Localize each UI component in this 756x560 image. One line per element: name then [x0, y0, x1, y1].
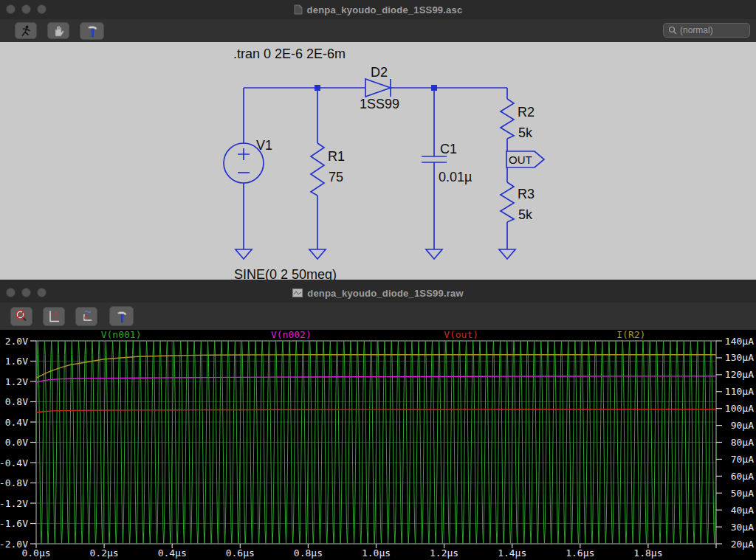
- diode-d2[interactable]: [365, 79, 391, 97]
- run-icon: [19, 24, 32, 38]
- left-axis-label: -1.2V: [0, 498, 28, 509]
- r1-ref-label[interactable]: R1: [328, 149, 345, 164]
- resistor-r3[interactable]: [501, 182, 514, 222]
- plot-settings-icon: [79, 309, 94, 324]
- right-axis-label: 20µA: [731, 539, 754, 550]
- r3-ref-label[interactable]: R3: [518, 187, 535, 201]
- close-button[interactable]: [6, 4, 16, 14]
- run-button[interactable]: [15, 22, 37, 39]
- left-axis-label: 2.0V: [5, 336, 28, 347]
- minimize-button[interactable]: [21, 4, 31, 14]
- desktop: { "schematic_window": { "title": "denpa_…: [0, 0, 756, 560]
- left-axis-label: 1.2V: [5, 376, 28, 387]
- resistor-r2[interactable]: [501, 99, 514, 139]
- right-axis-label: 130µA: [725, 352, 754, 363]
- wires[interactable]: [244, 88, 507, 249]
- right-axis-label: 40µA: [731, 505, 754, 516]
- r2-ref-label[interactable]: R2: [518, 105, 535, 120]
- plot-settings-button[interactable]: [75, 307, 97, 326]
- left-axis-label: -0.4V: [0, 457, 28, 469]
- hammer-icon: [85, 24, 100, 38]
- schematic-toolbar: (normal): [0, 19, 756, 42]
- left-axis-label: -1.6V: [0, 518, 28, 529]
- legend-V(n001)[interactable]: V(n001): [101, 330, 142, 340]
- left-axis-label: 0.8V: [5, 396, 28, 407]
- x-axis-label: 1.2µs: [430, 547, 458, 559]
- traffic-lights: [6, 288, 47, 297]
- left-axis-label: 1.6V: [5, 356, 28, 367]
- legend-V(n002)[interactable]: V(n002): [271, 330, 312, 340]
- right-axis-label: 50µA: [731, 488, 754, 499]
- legend-I(R2)[interactable]: I(R2): [616, 330, 645, 340]
- d2-value-label[interactable]: 1SS99: [360, 97, 399, 111]
- x-axis-label: 1.8µs: [633, 547, 662, 559]
- x-axis-label: 0.6µs: [226, 547, 255, 559]
- right-axis-label: 90µA: [731, 420, 754, 431]
- v1-ref-label[interactable]: V1: [256, 138, 272, 153]
- search-icon: [668, 26, 677, 35]
- right-axis-label: 70µA: [731, 454, 754, 465]
- x-axis-label: 1.4µs: [498, 547, 526, 559]
- capacitor-c1[interactable]: [422, 156, 447, 162]
- pan-tool-button[interactable]: [47, 22, 69, 39]
- hand-icon: [52, 24, 65, 38]
- tools-button[interactable]: [109, 306, 134, 326]
- c1-ref-label[interactable]: C1: [440, 142, 457, 156]
- schematic-window: denpa_kyoudo_diode_1SS99.asc: [0, 0, 756, 283]
- waveform-file-icon: [292, 288, 303, 297]
- zoom-slash-icon: [14, 309, 29, 324]
- r1-value-label[interactable]: 75: [329, 170, 343, 184]
- left-axis-label: 0.0V: [5, 437, 28, 448]
- x-axis-label: 1.6µs: [566, 547, 594, 559]
- v1-source-label[interactable]: SINE(0 2 50meg): [234, 267, 337, 280]
- right-axis-label: 120µA: [725, 369, 754, 380]
- schematic-titlebar: denpa_kyoudo_diode_1SS99.asc: [0, 0, 756, 20]
- traffic-lights: [6, 4, 47, 14]
- right-axis-label: 60µA: [731, 471, 754, 482]
- close-button[interactable]: [6, 288, 16, 297]
- left-axis-label: -0.8V: [0, 477, 28, 488]
- window-title: denpa_kyoudo_diode_1SS99.asc: [307, 4, 463, 15]
- d2-ref-label[interactable]: D2: [371, 65, 388, 80]
- x-axis-label: 0.4µs: [158, 547, 187, 559]
- resistor-r1[interactable]: [311, 143, 324, 196]
- right-axis-label: 140µA: [725, 336, 754, 347]
- x-axis-label: 0.8µs: [294, 547, 323, 559]
- right-axis-label: 30µA: [731, 522, 754, 533]
- schematic-canvas[interactable]: .tran 0 2E-6 2E-6m D2 1SS99 V1 R1 75 C1 …: [0, 42, 756, 280]
- zoom-disabled-button[interactable]: [10, 307, 32, 326]
- autorange-button[interactable]: [43, 307, 65, 326]
- autorange-icon: [47, 309, 61, 324]
- document-icon: [294, 4, 303, 15]
- tools-button[interactable]: [80, 22, 104, 40]
- waveform-plot[interactable]: 2.0V1.6V1.2V0.8V0.4V0.0V-0.4V-0.8V-1.2V-…: [0, 330, 756, 560]
- window-title: denpa_kyoudo_diode_1SS99.raw: [307, 288, 464, 299]
- left-axis-label: 0.4V: [5, 417, 28, 428]
- ground-symbols[interactable]: [236, 249, 515, 259]
- zoom-window-button[interactable]: [37, 4, 47, 14]
- x-axis-label: 1.0µs: [362, 547, 391, 559]
- spice-directive[interactable]: .tran 0 2E-6 2E-6m: [233, 46, 346, 61]
- circuit: .tran 0 2E-6 2E-6m D2 1SS99 V1 R1 75 C1 …: [0, 42, 756, 280]
- right-axis-label: 80µA: [731, 437, 754, 448]
- x-axis-label: 0.0µs: [21, 547, 50, 559]
- r3-value-label[interactable]: 5k: [518, 207, 533, 222]
- minimize-button[interactable]: [21, 288, 31, 297]
- out-flag-label[interactable]: OUT: [509, 153, 532, 166]
- waveform-toolbar: [0, 303, 756, 330]
- legend-V(out)[interactable]: V(out): [444, 330, 478, 340]
- r2-value-label[interactable]: 5k: [518, 125, 533, 140]
- x-axis-label: 0.2µs: [90, 547, 119, 559]
- waveform-titlebar: denpa_kyoudo_diode_1SS99.raw: [0, 283, 756, 303]
- right-axis-label: 100µA: [725, 403, 754, 414]
- right-axis-label: 110µA: [725, 386, 754, 397]
- c1-value-label[interactable]: 0.01µ: [439, 170, 472, 184]
- search-field[interactable]: (normal): [663, 23, 750, 38]
- hammer-icon: [114, 309, 129, 324]
- zoom-window-button[interactable]: [37, 288, 47, 297]
- search-placeholder: (normal): [680, 25, 713, 35]
